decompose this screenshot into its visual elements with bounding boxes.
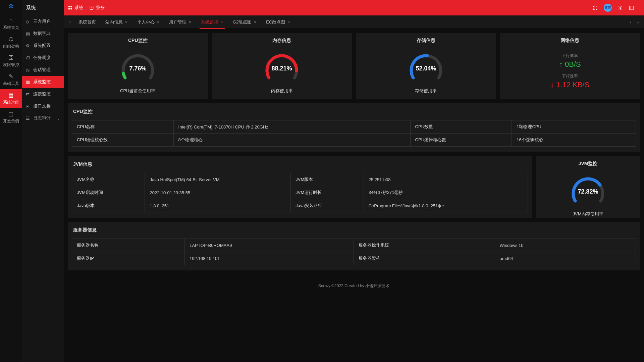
tab-4[interactable]: 系统监控✕ <box>196 15 228 29</box>
footer: Snowy ©2022 Created by 小诺开源技术 <box>68 274 640 302</box>
svg-rect-1 <box>70 6 72 7</box>
rail-icon: ◫ <box>0 111 22 117</box>
topbar: 系统 业务 超管 <box>64 0 644 15</box>
rail-item-1[interactable]: ⌬组织架构 <box>0 33 22 52</box>
rail-icon: ⌂ <box>0 17 22 23</box>
doc-icon <box>89 5 94 10</box>
tabs-prev[interactable]: ‹ <box>66 19 74 24</box>
menu-icon: ⎘ <box>26 104 31 108</box>
tab-1[interactable]: 站内信息✕ <box>101 15 132 29</box>
svg-rect-2 <box>68 8 70 9</box>
tab-2[interactable]: 个人中心✕ <box>132 15 164 29</box>
tab-5[interactable]: G2散点图✕ <box>228 15 261 29</box>
menu-item-0[interactable]: ◇三方用户 <box>22 15 64 28</box>
menu-item-2[interactable]: ⚙系统配置 <box>22 40 64 52</box>
net-down-value: ↓ 1.12 KB/S <box>500 81 640 89</box>
menu-item-3[interactable]: ⏱任务调度 <box>22 52 64 64</box>
tabs-menu[interactable]: ⌄ <box>634 19 641 24</box>
close-icon[interactable]: ✕ <box>125 20 128 24</box>
tab-6[interactable]: EC散点图✕ <box>261 15 295 29</box>
table-row: JVM启动时间2022-10-01 23:35:55JVM运行时长34分37秒2… <box>72 186 528 199</box>
tab-0[interactable]: 系统首页 <box>74 15 101 29</box>
nav-rail: ⌂系统首页⌬组织架构⚿权限管控✎基础工具▤系统运维◫开发示例 <box>0 0 22 362</box>
logo-icon <box>7 3 15 13</box>
close-icon[interactable]: ✕ <box>254 20 257 24</box>
gauge-mem: 内存信息 88.21% 内存使用率 <box>212 33 352 99</box>
workspace: CPU监控 7.76% CPU当前总使用率 内存信息 88.21% 内存使用率 … <box>64 29 644 362</box>
svg-point-5 <box>620 7 621 8</box>
table-row: Java版本1.8.0_251Java安装路径C:\Program Files\… <box>72 199 528 212</box>
net-card: 网络信息 上行速率 ↑ 0B/S 下行速率 ↓ 1.12 KB/S <box>500 33 640 99</box>
svg-rect-3 <box>70 8 72 9</box>
rail-item-4[interactable]: ▤系统运维 <box>0 89 22 108</box>
table-row: CPU物理核心数8个物理核心CPU逻辑核心数16个逻辑核心 <box>72 134 636 147</box>
menu-icon: ▦ <box>26 80 31 84</box>
gauge-svg: 7.76% <box>118 50 158 84</box>
table-row: 服务器IP192.168.10.101服务器架构amd64 <box>72 252 636 265</box>
srv-table: 服务器名称LAPTOP-B0ROMAA9服务器操作系统Windows 10服务器… <box>72 239 636 265</box>
gauge-value: 7.76% <box>129 65 146 72</box>
menu-item-6[interactable]: ⇄连接监控 <box>22 88 64 100</box>
menu-item-1[interactable]: ▤数据字典 <box>22 28 64 40</box>
gauge-disk: 存储信息 52.04% 存储使用率 <box>356 33 496 99</box>
sidebar: 系统 ◇三方用户▤数据字典⚙系统配置⏱任务调度◷会话管理▦系统监控⇄连接监控⎘接… <box>22 0 64 362</box>
close-icon[interactable]: ✕ <box>287 20 290 24</box>
gauge-svg: 88.21% <box>262 50 302 84</box>
gauge-value: 72.82% <box>578 188 598 195</box>
menu-icon: ⏱ <box>26 55 31 60</box>
tabs-next[interactable]: › <box>627 19 634 24</box>
menu-item-8[interactable]: ☰日志审计 <box>22 112 64 124</box>
tabs-bar: ‹ 系统首页站内信息✕个人中心✕用户管理✕系统监控✕G2散点图✕EC散点图✕ ›… <box>64 15 644 29</box>
menu-icon: ☰ <box>26 116 31 120</box>
rail-item-2[interactable]: ⚿权限管控 <box>0 52 22 70</box>
close-icon[interactable]: ✕ <box>157 20 160 24</box>
menu-item-4[interactable]: ◷会话管理 <box>22 64 64 76</box>
cpu-table: CPU名称Intel(R) Core(TM) i7-10870H CPU @ 2… <box>72 120 636 147</box>
net-up-value: ↑ 0B/S <box>500 60 640 69</box>
rail-item-0[interactable]: ⌂系统首页 <box>0 15 22 33</box>
rail-icon: ⚿ <box>0 55 22 61</box>
svg-rect-0 <box>68 6 70 7</box>
rail-item-3[interactable]: ✎基础工具 <box>0 70 22 89</box>
menu-icon: ⇄ <box>26 92 31 96</box>
menu-icon: ⚙ <box>26 43 31 48</box>
topnav-system[interactable]: 系统 <box>68 5 83 11</box>
menu-icon: ◷ <box>26 67 31 72</box>
jvm-table: JVM名称Java HotSpot(TM) 64-Bit Server VMJV… <box>72 173 528 212</box>
gauge-svg: 52.04% <box>406 50 446 84</box>
gauge-jvm: JVM监控 72.82% JVM内存使用率 <box>536 156 640 218</box>
menu-item-7[interactable]: ⎘接口文档 <box>22 100 64 112</box>
menu-icon: ▤ <box>26 31 31 36</box>
rail-icon: ✎ <box>0 73 22 80</box>
grid-icon <box>68 5 72 10</box>
table-row: 服务器名称LAPTOP-B0ROMAA9服务器操作系统Windows 10 <box>72 239 636 252</box>
fullscreen-icon[interactable] <box>593 5 598 10</box>
gauge-svg: 72.82% <box>568 173 608 207</box>
sidebar-title: 系统 <box>22 0 64 15</box>
menu-icon: ◇ <box>26 19 31 24</box>
menu-item-5[interactable]: ▦系统监控 <box>22 76 64 88</box>
gauge-cpu: CPU监控 7.76% CPU当前总使用率 <box>68 33 208 99</box>
topnav-biz[interactable]: 业务 <box>89 5 105 11</box>
gauge-value: 52.04% <box>416 65 436 72</box>
gauge-value: 88.21% <box>272 65 292 72</box>
close-icon[interactable]: ✕ <box>220 20 223 24</box>
server-panel: 服务器信息 服务器名称LAPTOP-B0ROMAA9服务器操作系统Windows… <box>68 222 640 270</box>
table-row: JVM名称Java HotSpot(TM) 64-Bit Server VMJV… <box>72 173 528 186</box>
jvm-panel: JVM信息 JVM名称Java HotSpot(TM) 64-Bit Serve… <box>68 156 532 218</box>
rail-icon: ⌬ <box>0 36 22 42</box>
gear-icon[interactable] <box>618 5 623 10</box>
tab-3[interactable]: 用户管理✕ <box>164 15 196 29</box>
layout-icon[interactable] <box>629 5 634 10</box>
svg-rect-6 <box>630 6 633 9</box>
rail-icon: ▤ <box>0 92 22 98</box>
close-icon[interactable]: ✕ <box>189 20 192 24</box>
rail-item-5[interactable]: ◫开发示例 <box>0 108 22 127</box>
table-row: CPU名称Intel(R) Core(TM) i7-10870H CPU @ 2… <box>72 120 636 134</box>
avatar[interactable]: 超管 <box>604 4 612 12</box>
cpu-panel: CPU监控 CPU名称Intel(R) Core(TM) i7-10870H C… <box>68 103 640 152</box>
